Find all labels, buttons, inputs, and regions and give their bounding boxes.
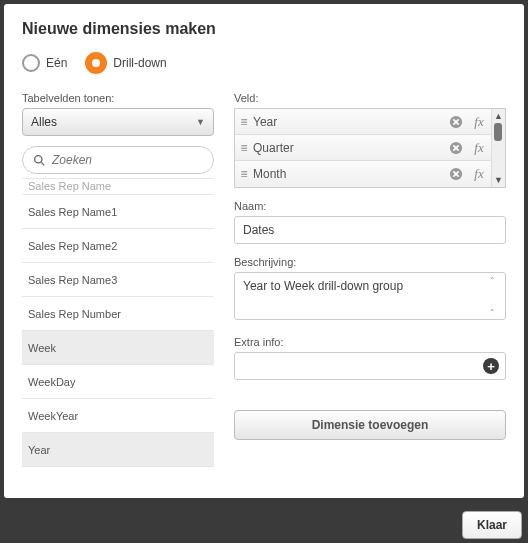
list-item[interactable]: Sales Rep Name2 [22, 229, 214, 263]
select-value: Alles [31, 115, 57, 129]
veld-row[interactable]: ≡ Quarter fx [235, 135, 491, 161]
veld-label: Veld: [234, 92, 506, 104]
radio-drilldown[interactable]: Drill-down [85, 52, 166, 74]
list-item[interactable]: Sales Rep Number [22, 297, 214, 331]
scroll-up-icon[interactable]: ▲ [494, 111, 503, 121]
radio-checked-icon [85, 52, 107, 74]
veld-row[interactable]: ≡ Month fx [235, 161, 491, 187]
search-icon [33, 154, 46, 167]
beschrijving-label: Beschrijving: [234, 256, 506, 268]
list-item[interactable]: WeekDay [22, 365, 214, 399]
extra-label: Extra info: [234, 336, 506, 348]
drag-handle-icon[interactable]: ≡ [235, 141, 249, 155]
svg-line-1 [41, 162, 44, 165]
search-input-wrap[interactable] [22, 146, 214, 174]
veld-name: Quarter [249, 141, 445, 155]
add-icon[interactable]: + [483, 358, 499, 374]
tablefields-select[interactable]: Alles ▼ [22, 108, 214, 136]
tablefields-label: Tabelvelden tonen: [22, 92, 214, 104]
list-item[interactable]: WeekYear [22, 399, 214, 433]
fx-icon[interactable]: fx [467, 140, 491, 156]
list-item[interactable]: Sales Rep Name3 [22, 263, 214, 297]
veld-name: Year [249, 115, 445, 129]
list-item[interactable]: Week [22, 331, 214, 365]
spinner-up-icon[interactable]: ˄ [490, 276, 502, 286]
radio-unchecked-icon [22, 54, 40, 72]
drag-handle-icon[interactable]: ≡ [235, 115, 249, 129]
scroll-down-icon[interactable]: ▼ [494, 175, 503, 185]
radio-single-label: Eén [46, 56, 67, 70]
radio-single[interactable]: Eén [22, 54, 67, 72]
extra-info-field[interactable]: + [234, 352, 506, 380]
radio-drilldown-label: Drill-down [113, 56, 166, 70]
dialog-title: Nieuwe dimensies maken [22, 20, 506, 38]
textarea-spinner: ˄ ˅ [490, 276, 502, 318]
done-button[interactable]: Klaar [462, 511, 522, 539]
list-item[interactable]: Sales Rep Name1 [22, 195, 214, 229]
clear-icon[interactable] [445, 115, 467, 129]
list-item[interactable]: Sales Rep Name [22, 179, 214, 195]
veld-name: Month [249, 167, 445, 181]
dialog-footer: Klaar [462, 511, 522, 539]
search-input[interactable] [52, 153, 203, 167]
field-list: Sales Rep Name Sales Rep Name1 Sales Rep… [22, 178, 214, 488]
svg-point-0 [35, 155, 42, 162]
drag-handle-icon[interactable]: ≡ [235, 167, 249, 181]
beschrijving-input[interactable] [234, 272, 506, 320]
naam-label: Naam: [234, 200, 506, 212]
scroll-thumb[interactable] [494, 123, 502, 141]
clear-icon[interactable] [445, 141, 467, 155]
list-item[interactable]: Year [22, 433, 214, 467]
naam-input[interactable] [234, 216, 506, 244]
chevron-down-icon: ▼ [196, 117, 205, 127]
dimension-type-radio-group: Eén Drill-down [22, 52, 506, 74]
spinner-down-icon[interactable]: ˅ [490, 308, 502, 318]
clear-icon[interactable] [445, 167, 467, 181]
veld-row[interactable]: ≡ Year fx [235, 109, 491, 135]
dialog: Nieuwe dimensies maken Eén Drill-down Ta… [4, 4, 524, 498]
veld-box: ≡ Year fx ≡ Quarter fx ≡ Month fx [234, 108, 506, 188]
fx-icon[interactable]: fx [467, 114, 491, 130]
veld-scrollbar[interactable]: ▲ ▼ [491, 109, 505, 187]
fx-icon[interactable]: fx [467, 166, 491, 182]
add-dimension-button[interactable]: Dimensie toevoegen [234, 410, 506, 440]
